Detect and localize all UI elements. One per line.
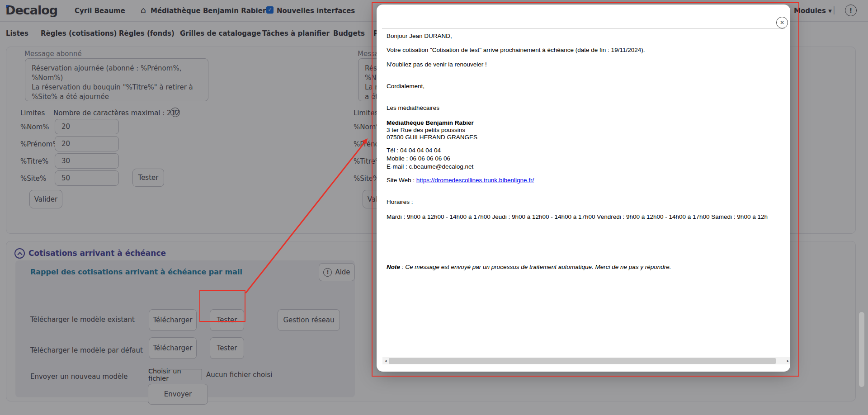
email-team: Les médiathécaires <box>387 104 439 111</box>
email-preview-modal: ✕ Bonjour Jean DURAND, Votre cotisation … <box>377 5 790 372</box>
email-greeting: Bonjour Jean DURAND, <box>387 33 452 39</box>
scroll-right-icon[interactable]: ▸ <box>785 357 790 364</box>
email-closing: Cordialement, <box>387 83 425 90</box>
note-label: Note <box>387 264 400 270</box>
email-website-line: Site Web : https://dromedescollines.trun… <box>387 177 534 184</box>
page-vertical-scrollbar[interactable] <box>859 312 864 387</box>
email-expiry: Votre cotisation "Cotisation de test" ar… <box>387 47 645 53</box>
modal-header-divider <box>382 28 785 29</box>
app-screen: Decalog Cyril Beaume ⌂ Médiathèque Benja… <box>0 0 868 415</box>
website-link[interactable]: https://dromedescollines.trunk.bibenlign… <box>416 177 534 184</box>
email-reminder: N'oubliez pas de venir la renouveler ! <box>387 61 487 68</box>
email-address2: 07500 GUILHERAND GRANGES <box>387 134 477 141</box>
email-mail: E-mail : c.beaume@decalog.net <box>387 163 473 170</box>
note-text: : Ce message est envoyé par un processus… <box>400 264 671 270</box>
email-org-name: Médiathèque Benjamin Rabier <box>387 119 474 126</box>
email-hours-label: Horaires : <box>387 198 413 205</box>
modal-hscroll-thumb[interactable] <box>389 358 776 364</box>
website-label: Site Web : <box>387 177 416 184</box>
email-address1: 3 ter Rue des petits poussins <box>387 127 465 133</box>
email-note-line: Note : Ce message est envoyé par un proc… <box>387 264 671 270</box>
scroll-left-icon[interactable]: ◂ <box>382 357 389 364</box>
close-icon[interactable]: ✕ <box>776 17 788 28</box>
email-tel: Tél : 04 04 04 04 04 <box>387 147 441 154</box>
modal-horizontal-scrollbar[interactable]: ◂ ▸ <box>382 357 790 364</box>
email-mobile: Mobile : 06 06 06 06 06 <box>387 155 450 162</box>
email-hours-line: Mardi : 9h00 à 12h00 - 14h00 à 17h00 Jeu… <box>387 213 768 220</box>
